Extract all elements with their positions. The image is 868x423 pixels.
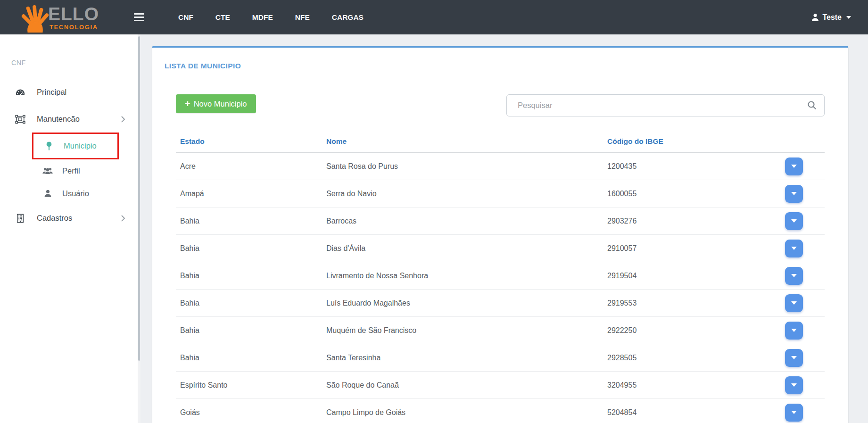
- sidebar-item-perfil[interactable]: Perfil: [0, 159, 138, 182]
- cell-nome: Luís Eduardo Magalhães: [322, 290, 603, 317]
- cell-nome: Livramento de Nossa Senhora: [322, 262, 603, 290]
- row-actions-dropdown-button[interactable]: [785, 267, 803, 285]
- nav-link-cte[interactable]: CTE: [215, 13, 230, 22]
- cell-estado: Acre: [176, 153, 322, 180]
- page-title: LISTA DE MUNICIPIO: [165, 62, 836, 70]
- cell-estado: Bahia: [176, 235, 322, 262]
- cell-nome: Santa Teresinha: [322, 344, 603, 372]
- caret-down-icon: [791, 356, 797, 359]
- top-nav-links: CNF CTE MDFE NFE CARGAS: [178, 13, 364, 22]
- nav-link-cnf[interactable]: CNF: [178, 13, 193, 22]
- sidebar-item-label: Cadastros: [37, 214, 72, 223]
- search-icon[interactable]: [807, 100, 817, 112]
- cell-actions: [782, 344, 825, 372]
- toolbar: + Novo Municipio: [176, 94, 825, 116]
- table-row: Espírito Santo São Roque do Canaã 320495…: [176, 372, 825, 399]
- brand-name: ELLO: [48, 5, 99, 23]
- column-header-nome: Nome: [322, 116, 603, 153]
- column-header-codigo-ibge: Código do IBGE: [603, 116, 782, 153]
- municipio-table: Estado Nome Código do IBGE Acre Santa Ro…: [176, 116, 825, 423]
- users-icon: [41, 166, 54, 175]
- top-navbar: ELLO TECNOLOGIA CNF CTE MDFE NFE CARGAS …: [0, 0, 868, 34]
- row-actions-dropdown-button[interactable]: [785, 322, 803, 340]
- new-municipio-button-label: Novo Municipio: [194, 100, 247, 108]
- row-actions-dropdown-button[interactable]: [785, 185, 803, 203]
- cell-nome: Muquém de São Francisco: [322, 317, 603, 344]
- cell-nome: Barrocas: [322, 207, 603, 235]
- sidebar-item-usuario[interactable]: Usuário: [0, 182, 138, 205]
- cell-codigo: 2919504: [603, 262, 782, 290]
- row-actions-dropdown-button[interactable]: [785, 404, 803, 422]
- cell-nome: Serra do Navio: [322, 180, 603, 207]
- table-row: Bahia Santa Teresinha 2928505: [176, 344, 825, 372]
- chevron-right-icon: [121, 215, 125, 222]
- caret-down-icon: [791, 329, 797, 332]
- cell-codigo: 2928505: [603, 344, 782, 372]
- cell-codigo: 2922250: [603, 317, 782, 344]
- cell-nome: Campo Limpo de Goiás: [322, 399, 603, 423]
- cell-codigo: 2919553: [603, 290, 782, 317]
- object-group-icon: [14, 114, 26, 124]
- row-actions-dropdown-button[interactable]: [785, 376, 803, 394]
- sidebar-item-label: Usuário: [62, 189, 89, 198]
- hamburger-menu-icon[interactable]: [134, 11, 144, 23]
- municipio-list-card: LISTA DE MUNICIPIO + Novo Municipio: [152, 46, 849, 423]
- cell-estado: Bahia: [176, 344, 322, 372]
- row-actions-dropdown-button[interactable]: [785, 212, 803, 230]
- caret-down-icon: [791, 411, 797, 414]
- sidebar-scrollbar-track: [138, 34, 141, 423]
- sidebar-item-cadastros[interactable]: Cadastros: [0, 205, 138, 232]
- cell-estado: Espírito Santo: [176, 372, 322, 399]
- cell-estado: Amapá: [176, 180, 322, 207]
- user-icon: [811, 13, 819, 22]
- table-row: Bahia Dias d'Ávila 2910057: [176, 235, 825, 262]
- user-menu[interactable]: Teste: [811, 13, 851, 22]
- municipio-table-body: Acre Santa Rosa do Purus 1200435 Amapá S…: [176, 153, 825, 423]
- sidebar-menu: Principal Manutencão: [0, 79, 138, 232]
- row-actions-dropdown-button[interactable]: [785, 349, 803, 367]
- row-actions-dropdown-button[interactable]: [785, 158, 803, 175]
- user-name: Teste: [822, 13, 842, 22]
- table-row: Bahia Barrocas 2903276: [176, 207, 825, 235]
- cell-codigo: 1600055: [603, 180, 782, 207]
- sidebar-item-municipio[interactable]: Municipio: [32, 133, 119, 159]
- caret-down-icon: [791, 165, 797, 168]
- cell-codigo: 2910057: [603, 235, 782, 262]
- municipio-table-wrap: Estado Nome Código do IBGE Acre Santa Ro…: [176, 116, 825, 423]
- row-actions-dropdown-button[interactable]: [785, 240, 803, 257]
- caret-down-icon: [791, 247, 797, 250]
- cell-actions: [782, 235, 825, 262]
- table-row: Bahia Livramento de Nossa Senhora 291950…: [176, 262, 825, 290]
- cell-actions: [782, 290, 825, 317]
- table-row: Acre Santa Rosa do Purus 1200435: [176, 153, 825, 180]
- nav-link-cargas[interactable]: CARGAS: [332, 13, 364, 22]
- sidebar-item-label: Manutencão: [37, 115, 80, 124]
- row-actions-dropdown-button[interactable]: [785, 294, 803, 312]
- cell-actions: [782, 180, 825, 207]
- nav-link-mdfe[interactable]: MDFE: [252, 13, 273, 22]
- search-input[interactable]: [506, 94, 825, 116]
- table-row: Amapá Serra do Navio 1600055: [176, 180, 825, 207]
- cell-actions: [782, 262, 825, 290]
- nav-link-nfe[interactable]: NFE: [295, 13, 310, 22]
- sidebar-item-label: Principal: [37, 88, 66, 97]
- brand-logo[interactable]: ELLO TECNOLOGIA: [21, 2, 99, 33]
- user-icon: [41, 189, 54, 198]
- sidebar-item-label: Perfil: [62, 166, 80, 175]
- plus-icon: +: [185, 99, 190, 108]
- sidebar-item-manutencao[interactable]: Manutencão: [0, 106, 138, 133]
- building-icon: [14, 213, 26, 224]
- search-box: [506, 94, 825, 116]
- map-pin-icon: [43, 141, 55, 152]
- caret-down-icon: [791, 219, 797, 223]
- cell-nome: São Roque do Canaã: [322, 372, 603, 399]
- sidebar-item-principal[interactable]: Principal: [0, 79, 138, 106]
- new-municipio-button[interactable]: + Novo Municipio: [176, 94, 256, 113]
- table-row: Bahia Luís Eduardo Magalhães 2919553: [176, 290, 825, 317]
- sidebar-scrollbar[interactable]: [138, 36, 140, 361]
- table-row: Goiás Campo Limpo de Goiás 5204854: [176, 399, 825, 423]
- brand-subtitle: TECNOLOGIA: [48, 24, 99, 30]
- cell-estado: Bahia: [176, 207, 322, 235]
- cell-estado: Bahia: [176, 317, 322, 344]
- cell-actions: [782, 372, 825, 399]
